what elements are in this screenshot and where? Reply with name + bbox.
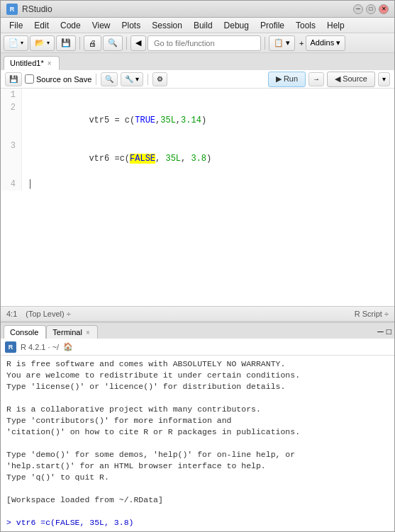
- window-controls: ─ □ ✕: [353, 4, 389, 14]
- save-btn[interactable]: 💾: [56, 35, 76, 51]
- menu-edit[interactable]: Edit: [28, 19, 55, 32]
- open-file-icon: 📂: [35, 38, 45, 47]
- line-num-2: 2: [1, 101, 22, 140]
- toolbar-separator-3: [265, 37, 265, 50]
- new-file-btn[interactable]: 📄 ▾: [4, 35, 28, 51]
- console-tab-label: Console: [10, 328, 38, 336]
- source-on-save-checkbox[interactable]: [25, 74, 34, 84]
- menu-help[interactable]: Help: [321, 19, 350, 32]
- toolbar-separator-1: [79, 37, 80, 50]
- terminal-tab-label: Terminal: [52, 328, 82, 336]
- menu-debug[interactable]: Debug: [218, 19, 255, 32]
- open-file-btn[interactable]: 📂 ▾: [30, 35, 55, 51]
- menu-bar: File Edit Code View Plots Session Build …: [1, 18, 394, 33]
- compile-btn[interactable]: ⚙: [152, 72, 167, 86]
- code-line-3: 3 vtr6 =c(FALSE, 35L, 3.8): [1, 140, 394, 178]
- menu-code[interactable]: Code: [55, 19, 87, 32]
- editor-section: Untitled1* × 💾 Source on Save 🔍 🔧 ▾ ⚙ ▶ …: [1, 53, 394, 322]
- console-line-7: 'citation()' on how to cite R or R packa…: [6, 426, 389, 438]
- r-home-icon[interactable]: 🏠: [63, 342, 73, 351]
- goto-input[interactable]: [148, 35, 261, 51]
- code-line-4: 4 │: [1, 178, 394, 191]
- console-line-1: R is free software and comes with ABSOLU…: [6, 358, 389, 370]
- doc-tab-close[interactable]: ×: [48, 60, 52, 67]
- console-line-14: [6, 506, 389, 517]
- menu-profile[interactable]: Profile: [255, 19, 290, 32]
- menu-plots[interactable]: Plots: [116, 19, 147, 32]
- menu-build[interactable]: Build: [188, 19, 218, 32]
- addins-label: +: [299, 39, 304, 47]
- workspace-btn[interactable]: 📋 ▾: [269, 35, 295, 51]
- status-bar: 4:1 (Top Level) ÷ R Script ÷: [1, 306, 394, 322]
- source-btn[interactable]: ◀ Source: [327, 72, 375, 87]
- line-num-1: 1: [1, 89, 22, 101]
- r-version: R 4.2.1 · ~/: [21, 343, 59, 351]
- line-num-3: 3: [1, 140, 22, 178]
- terminal-tab[interactable]: Terminal ×: [46, 325, 97, 339]
- toolbar-separator-2: [126, 37, 127, 50]
- console-minimize-btn[interactable]: ─: [377, 327, 384, 336]
- minimize-btn[interactable]: ─: [353, 4, 363, 14]
- editor-tools-btn[interactable]: 🔧 ▾: [121, 72, 143, 86]
- console-line-3: Type 'license()' or 'licence()' for dist…: [6, 381, 389, 392]
- console-line-8: [6, 438, 389, 449]
- save-icon: 💾: [61, 38, 71, 47]
- line-code-1: [22, 89, 28, 101]
- console-line-6: Type 'contributors()' for more informati…: [6, 415, 389, 426]
- terminal-tab-close[interactable]: ×: [86, 329, 90, 336]
- editor-content: 1 2 vtr5 = c(TRUE,35L,3.14) 3 vtr6 =c(FA…: [1, 89, 394, 306]
- editor-sep-2: [148, 74, 148, 85]
- doc-tab-label: Untitled1*: [10, 59, 44, 67]
- line-code-2: vtr5 = c(TRUE,35L,3.14): [22, 101, 206, 140]
- console-header: R R 4.2.1 · ~/ 🏠: [1, 339, 394, 356]
- console-prompt-1: > vtr6 =c(FALSE, 35L, 3.8): [6, 517, 389, 528]
- find-btn[interactable]: 🔍: [103, 35, 123, 51]
- console-line-11: Type 'q()' to quit R.: [6, 472, 389, 483]
- console-line-13: [Workspace loaded from ~/.RData]: [6, 494, 389, 506]
- line-code-3: vtr6 =c(FALSE, 35L, 3.8): [22, 140, 211, 178]
- source-arrow-btn[interactable]: ▾: [378, 72, 390, 86]
- line-code-4: │: [22, 178, 33, 191]
- menu-tools[interactable]: Tools: [290, 19, 321, 32]
- code-editor[interactable]: 1 2 vtr5 = c(TRUE,35L,3.14) 3 vtr6 =c(FA…: [1, 89, 394, 306]
- editor-sep-1: [96, 74, 96, 85]
- console-line-10: 'help.start()' for an HTML browser inter…: [6, 460, 389, 472]
- console-container: Console Terminal × ─ □ R R 4.2.1 · ~/ 🏠 …: [1, 322, 394, 532]
- title-bar: R RStudio ─ □ ✕: [1, 1, 394, 18]
- cursor-position: 4:1: [6, 310, 17, 318]
- file-type: R Script ÷: [355, 310, 389, 318]
- maximize-btn[interactable]: □: [366, 4, 376, 14]
- code-level: (Top Level) ÷: [26, 310, 71, 318]
- console-tabs: Console Terminal × ─ □: [1, 322, 394, 339]
- console-line-2: You are welcome to redistribute it under…: [6, 370, 389, 381]
- console-controls: ─ □: [377, 327, 391, 339]
- line-num-4: 4: [1, 178, 22, 191]
- doc-tab-untitled1[interactable]: Untitled1* ×: [4, 56, 60, 70]
- run-arrow-btn[interactable]: →: [308, 72, 324, 86]
- editor-toolbar: 💾 Source on Save 🔍 🔧 ▾ ⚙ ▶ Run → ◀ Sourc…: [1, 70, 394, 89]
- main-layout: Untitled1* × 💾 Source on Save 🔍 🔧 ▾ ⚙ ▶ …: [1, 53, 394, 532]
- document-tabs: Untitled1* ×: [1, 53, 394, 70]
- navigate-left-btn[interactable]: ◀: [130, 35, 146, 51]
- menu-session[interactable]: Session: [146, 19, 188, 32]
- console-tab[interactable]: Console: [4, 325, 46, 339]
- print-btn[interactable]: 🖨: [84, 35, 101, 51]
- new-file-icon: 📄: [9, 38, 18, 47]
- open-dropdown-icon: ▾: [47, 40, 50, 46]
- console-prompt-2: > vtr6: [6, 528, 389, 532]
- console-line-12: [6, 483, 389, 494]
- console-line-9: Type 'demo()' for some demos, 'help()' f…: [6, 449, 389, 460]
- r-indicator: R: [5, 341, 16, 353]
- close-btn[interactable]: ✕: [379, 4, 389, 14]
- menu-view[interactable]: View: [87, 19, 116, 32]
- main-toolbar: 📄 ▾ 📂 ▾ 💾 🖨 🔍 ◀ 📋 ▾ + Addins ▾: [1, 33, 394, 53]
- menu-file[interactable]: File: [4, 19, 28, 32]
- editor-save-btn[interactable]: 💾: [5, 72, 22, 86]
- console-line-4: [6, 392, 389, 404]
- source-on-save-label[interactable]: Source on Save: [25, 74, 91, 84]
- addins-btn[interactable]: Addins ▾: [306, 35, 346, 51]
- console-output[interactable]: R is free software and comes with ABSOLU…: [1, 356, 394, 532]
- run-btn[interactable]: ▶ Run: [268, 72, 306, 87]
- console-expand-btn[interactable]: □: [386, 327, 391, 336]
- search-btn[interactable]: 🔍: [101, 72, 118, 86]
